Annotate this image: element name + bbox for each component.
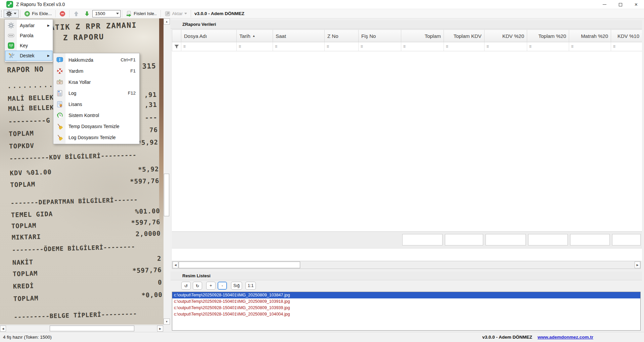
menu-item-label: Temp Dosyasını Temizle <box>68 124 119 129</box>
minimize-button[interactable] <box>597 0 612 9</box>
filter-cell-kdv-10[interactable]: = <box>611 42 642 51</box>
filter-cell-tarih[interactable]: = <box>237 42 273 51</box>
maximize-icon <box>619 3 622 6</box>
filter-cell-toplam[interactable]: = <box>401 42 444 51</box>
vertical-scroll-thumb[interactable] <box>164 174 169 216</box>
grid-filter-row: = = = = = = = = = = = <box>172 42 642 51</box>
filter-cell-matrah-20[interactable]: = <box>569 42 611 51</box>
filter-cell-fis-no[interactable]: = <box>359 42 401 51</box>
fis-ekle-button[interactable]: Fis Ekle... <box>22 10 54 18</box>
scroll-up-button[interactable]: ▲ <box>164 18 170 24</box>
equals-icon: = <box>446 44 448 49</box>
column-header[interactable]: Toplam ▲ <box>401 30 444 42</box>
summary-total-box <box>402 234 443 245</box>
menu-item-log[interactable]: Log F12 <box>54 88 139 99</box>
image-tool-button[interactable]: - <box>218 282 227 290</box>
receipt-line: TOPLAM *0,00 <box>13 291 162 302</box>
menu-item-label: Destek <box>20 53 35 58</box>
receipt-line: --------ÖDEME BİLGİLERİ-------- <box>12 242 161 253</box>
grid-header-row: ▲ Dosya Adı ▲ Tarih ▲ Saat ▲ Z <box>172 30 642 42</box>
filter-cell-toplam-kdv[interactable]: = <box>444 42 485 51</box>
column-header[interactable]: Saat ▲ <box>273 30 325 42</box>
menu-item-sistem-kontrol[interactable]: Sistem Kontrol <box>54 110 139 121</box>
image-file-list[interactable]: c:\output\Temp\20250928-150401\IMG_20250… <box>172 292 641 331</box>
column-header[interactable]: Dosya Adı ▲ <box>181 30 237 42</box>
equals-icon: = <box>183 44 186 49</box>
panel-caption: ZRaporu Verileri <box>171 20 642 29</box>
filter-row-indicator[interactable] <box>172 42 181 51</box>
gear-icon <box>6 11 12 17</box>
column-header[interactable]: ▲ <box>172 30 181 42</box>
receipt-vertical-scrollbar[interactable]: ▲ ▼ <box>164 18 170 325</box>
image-file-item[interactable]: c:\output\Temp\20250928-150401\IMG_20250… <box>172 292 640 298</box>
scroll-right-button[interactable]: ▶ <box>157 326 163 332</box>
menu-item-yardim[interactable]: Yardım F1 <box>54 65 139 76</box>
menu-item-parola[interactable]: Parola <box>5 31 52 41</box>
scroll-left-button[interactable]: ◀ <box>173 262 178 268</box>
equals-icon: = <box>613 44 615 49</box>
horizontal-scroll-thumb[interactable] <box>50 326 134 331</box>
main-toolbar: Fis Ekle... 1500 Fisleri <box>0 9 644 18</box>
menu-item-temp-temizle[interactable]: Temp Dosyasını Temizle <box>54 121 139 132</box>
gear-icon <box>5 22 17 29</box>
filter-funnel-icon <box>174 45 179 49</box>
column-header-label: Matrah %20 <box>581 33 608 39</box>
close-button[interactable]: × <box>628 0 644 9</box>
move-down-button[interactable] <box>82 10 92 18</box>
scroll-right-button[interactable]: ▶ <box>635 262 640 268</box>
tools-icon <box>5 52 17 59</box>
maximize-button[interactable] <box>612 0 628 9</box>
image-file-item[interactable]: c:\output\Temp\20250928-150401\IMG_20250… <box>172 311 640 318</box>
menu-shortcut: F12 <box>128 91 139 96</box>
scroll-down-button[interactable]: ▼ <box>164 319 170 325</box>
column-header[interactable]: Toplam %20 ▲ <box>527 30 569 42</box>
aktar-button[interactable]: Aktar <box>162 10 190 18</box>
menu-item-hakkimizda[interactable]: Hakkımızda Ctrl+F1 <box>54 54 139 65</box>
column-header[interactable]: Matrah %20 ▲ <box>569 30 611 42</box>
column-header[interactable]: KDV %10 ▲ <box>611 30 642 42</box>
image-file-item[interactable]: c:\output\Temp\20250928-150401\IMG_20250… <box>172 298 640 305</box>
column-header-label: Tarih <box>239 33 250 39</box>
filter-cell-kdv-20[interactable]: = <box>485 42 527 51</box>
image-tool-button[interactable]: 1:1 <box>245 282 256 290</box>
receipt-horizontal-scrollbar[interactable]: ◀ ▶ <box>0 325 164 331</box>
filter-cell-toplam-20[interactable]: = <box>527 42 569 51</box>
grid-horizontal-scrollbar[interactable]: ◀ ▶ <box>172 261 641 269</box>
grid-data-area[interactable] <box>172 51 642 231</box>
column-header[interactable]: Z No ▲ <box>325 30 359 42</box>
website-link[interactable]: www.ademdonmez.com.tr <box>538 335 593 340</box>
remove-button[interactable] <box>57 10 68 18</box>
image-tool-button[interactable]: ↻ <box>193 282 202 290</box>
left-arrow-icon: ◀ <box>174 264 176 267</box>
window-controls: × <box>597 0 644 9</box>
menu-item-label: Parola <box>20 33 33 38</box>
column-header[interactable]: KDV %20 ▲ <box>485 30 527 42</box>
fisleri-isle-button[interactable]: Fisleri Isle.. <box>124 10 159 18</box>
column-header-label: Fiş No <box>361 33 376 39</box>
filter-cell-z-no[interactable]: = <box>325 42 359 51</box>
move-up-button[interactable] <box>71 10 82 18</box>
filter-cell-saat[interactable]: = <box>273 42 325 51</box>
toolbar-grip[interactable] <box>1 10 3 17</box>
column-header[interactable]: Toplam KDV ▲ <box>444 30 485 42</box>
token-value: 1500 <box>95 11 105 16</box>
menu-item-ayarlar[interactable]: Ayarlar ▶ <box>5 20 52 31</box>
menu-item-key[interactable]: Key <box>5 41 52 51</box>
filter-cell-dosya-adi[interactable]: = <box>181 42 237 51</box>
column-header[interactable]: Fiş No ▲ <box>359 30 401 42</box>
settings-menu-button[interactable] <box>4 10 19 18</box>
image-tool-button[interactable]: ↺ <box>181 282 191 290</box>
menu-item-kisa-yollar[interactable]: Kısa Yollar <box>54 76 139 88</box>
menu-item-destek[interactable]: Destek ▶ <box>5 51 52 61</box>
token-combobox[interactable]: 1500 <box>92 10 121 17</box>
horizontal-scroll-thumb[interactable] <box>179 262 300 268</box>
menu-item-lisans[interactable]: Lisans <box>54 99 139 110</box>
image-tool-button[interactable]: Sığ <box>231 282 242 290</box>
scroll-left-button[interactable]: ◀ <box>0 326 6 332</box>
status-message: 4 fiş hazır (Token: 1500) <box>3 335 52 340</box>
menu-item-log-temizle[interactable]: Log Dosyasını Temizle <box>54 132 139 143</box>
image-tool-button[interactable]: + <box>206 282 216 290</box>
column-header[interactable]: Tarih ▲ <box>237 30 273 42</box>
column-header-label: Toplam <box>425 33 441 39</box>
image-file-item[interactable]: c:\output\Temp\20250928-150401\IMG_20250… <box>172 305 640 311</box>
